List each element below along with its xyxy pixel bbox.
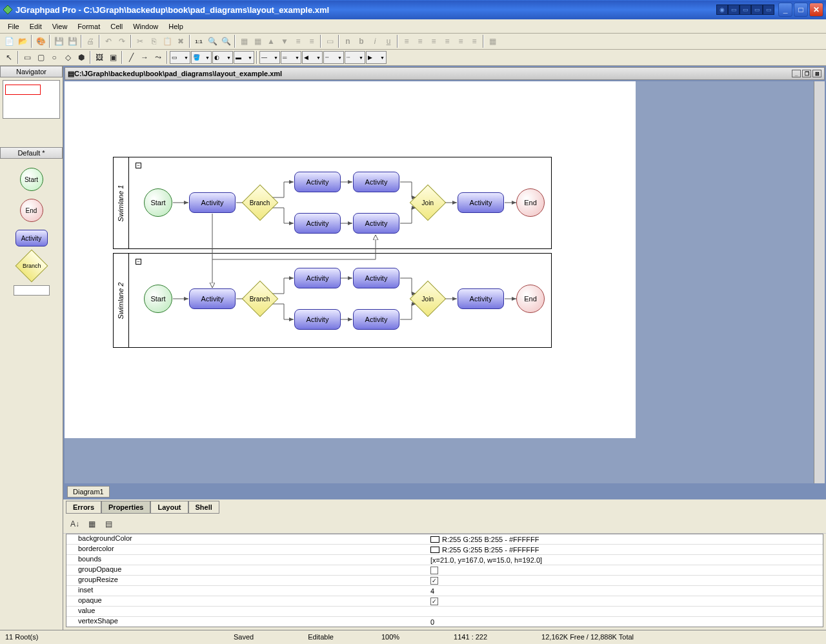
new-icon[interactable]: 📄 xyxy=(3,35,15,48)
save-icon[interactable]: 💾 xyxy=(52,35,65,48)
node-activity[interactable]: Activity xyxy=(189,288,236,309)
redo-icon[interactable]: ↷ xyxy=(116,35,128,48)
arrow-tool-icon[interactable]: → xyxy=(138,51,151,64)
line-tool-icon[interactable]: ╱ xyxy=(125,51,137,64)
palette-activity[interactable]: Activity xyxy=(15,230,48,247)
menu-file[interactable]: File xyxy=(3,21,25,32)
grid-icon[interactable]: ▤ xyxy=(102,518,115,530)
bold-icon[interactable]: b xyxy=(355,35,368,48)
fill-dropdown[interactable]: 🪣▼ xyxy=(191,51,212,64)
export-tool-icon[interactable]: ▣ xyxy=(106,51,119,64)
tray-icon[interactable]: ▭ xyxy=(740,5,751,15)
maximize-button[interactable]: □ xyxy=(794,3,808,17)
copy-icon[interactable]: ⎘ xyxy=(147,35,160,48)
align-icon[interactable]: ≡ xyxy=(292,35,305,48)
property-row[interactable]: bordercolorR:255 G:255 B:255 - #FFFFFF xyxy=(66,545,823,555)
doc-tab-diagram1[interactable]: Diagram1 xyxy=(67,486,110,498)
tab-layout[interactable]: Layout xyxy=(150,501,188,514)
node-end[interactable]: End xyxy=(516,285,545,313)
menu-edit[interactable]: Edit xyxy=(25,21,47,32)
diamond-tool-icon[interactable]: ◇ xyxy=(61,51,74,64)
palette-input[interactable] xyxy=(14,285,50,296)
back-icon[interactable]: ▼ xyxy=(278,35,291,48)
menu-cell[interactable]: Cell xyxy=(105,21,128,32)
tab-shell[interactable]: Shell xyxy=(188,501,219,514)
property-value[interactable]: R:255 G:255 B:255 - #FFFFFF xyxy=(428,534,823,544)
collapse-icon[interactable]: − xyxy=(136,163,141,168)
normal-icon[interactable]: n xyxy=(341,35,354,48)
node-activity[interactable]: Activity xyxy=(458,288,504,309)
doc-maximize-icon[interactable]: ❐ xyxy=(802,70,811,77)
gradient-dropdown[interactable]: ◐▼ xyxy=(212,51,233,64)
front-icon[interactable]: ▲ xyxy=(265,35,277,48)
italic-icon[interactable]: i xyxy=(368,35,381,48)
property-value[interactable] xyxy=(428,607,823,616)
delete-icon[interactable]: ✖ xyxy=(174,35,187,48)
tab-errors[interactable]: Errors xyxy=(66,501,101,514)
zoom-in-icon[interactable]: 🔍 xyxy=(206,35,219,48)
linecolor-dropdown[interactable]: ▬▼ xyxy=(234,51,254,64)
ellipse-tool-icon[interactable]: ○ xyxy=(48,51,61,64)
node-activity[interactable]: Activity xyxy=(353,309,399,330)
node-activity[interactable]: Activity xyxy=(294,213,341,234)
group-icon[interactable]: ▦ xyxy=(237,35,250,48)
tray-icon[interactable]: ▭ xyxy=(728,5,740,15)
property-value[interactable] xyxy=(428,565,823,575)
zoom-out-icon[interactable]: 🔍 xyxy=(219,35,232,48)
tab-properties[interactable]: Properties xyxy=(101,501,150,514)
property-row[interactable]: bounds[x=21.0, y=167.0, w=15.0, h=192.0] xyxy=(66,555,823,565)
node-activity[interactable]: Activity xyxy=(294,172,341,192)
arrowend-dropdown[interactable]: ▶▼ xyxy=(366,51,387,64)
property-row[interactable]: groupOpaque xyxy=(66,565,823,576)
node-start[interactable]: Start xyxy=(144,188,172,217)
align-icon[interactable]: ▭ xyxy=(323,35,336,48)
arrowstart-dropdown[interactable]: ◀▼ xyxy=(302,51,323,64)
property-value[interactable]: 4 xyxy=(428,586,823,596)
navigator-thumbnail[interactable] xyxy=(3,80,60,119)
dashstyle-dropdown[interactable]: ┄▼ xyxy=(323,51,344,64)
node-activity[interactable]: Activity xyxy=(189,192,236,213)
ungroup-icon[interactable]: ▦ xyxy=(251,35,264,48)
align-bottom-icon[interactable]: ≡ xyxy=(468,35,481,48)
node-activity[interactable]: Activity xyxy=(294,268,341,288)
menu-view[interactable]: View xyxy=(47,21,73,32)
palette-start[interactable]: Start xyxy=(20,168,43,191)
lineweight-dropdown[interactable]: ═▼ xyxy=(281,51,301,64)
menu-window[interactable]: Window xyxy=(128,21,163,32)
node-activity[interactable]: Activity xyxy=(353,172,399,192)
canvas[interactable]: Swimlane 1 − Swimlane 2 − xyxy=(65,81,636,438)
menu-help[interactable]: Help xyxy=(163,21,188,32)
align-left-icon[interactable]: ≡ xyxy=(400,35,413,48)
roundrect-tool-icon[interactable]: ▢ xyxy=(34,51,47,64)
node-end[interactable]: End xyxy=(516,188,545,217)
doc-close-icon[interactable]: ⊠ xyxy=(812,70,821,77)
border-dropdown[interactable]: ▭▼ xyxy=(170,51,190,64)
align-top-icon[interactable]: ≡ xyxy=(441,35,454,48)
underline-icon[interactable]: u xyxy=(382,35,395,48)
vertical-scrollbar[interactable] xyxy=(814,81,825,483)
property-value[interactable]: R:255 G:255 B:255 - #FFFFFF xyxy=(428,545,823,554)
align-middle-icon[interactable]: ≡ xyxy=(454,35,467,48)
layout-icon[interactable]: ▦ xyxy=(486,35,499,48)
node-start[interactable]: Start xyxy=(144,285,172,313)
collapse-icon[interactable]: − xyxy=(136,259,141,265)
minimize-button[interactable]: _ xyxy=(778,3,792,17)
tray-icon[interactable]: ◉ xyxy=(716,5,728,15)
node-activity[interactable]: Activity xyxy=(353,268,399,288)
close-button[interactable]: ✕ xyxy=(809,3,823,17)
rect-tool-icon[interactable]: ▭ xyxy=(21,51,34,64)
undo-icon[interactable]: ↶ xyxy=(102,35,115,48)
palette-branch[interactable]: Branch xyxy=(15,250,48,283)
property-row[interactable]: value xyxy=(66,607,823,617)
align-icon[interactable]: ≡ xyxy=(305,35,318,48)
tray-icon[interactable]: ▭ xyxy=(751,5,763,15)
cut-icon[interactable]: ✂ xyxy=(134,35,146,48)
property-value[interactable]: 0 xyxy=(428,617,823,627)
node-activity[interactable]: Activity xyxy=(294,309,341,330)
property-value[interactable]: ✓ xyxy=(428,576,823,585)
select-tool-icon[interactable]: ↖ xyxy=(3,51,15,64)
saveall-icon[interactable]: 💾 xyxy=(66,35,79,48)
property-row[interactable]: opaque✓ xyxy=(66,596,823,607)
curve-tool-icon[interactable]: ⤳ xyxy=(152,51,165,64)
cylinder-tool-icon[interactable]: ⬢ xyxy=(75,51,88,64)
